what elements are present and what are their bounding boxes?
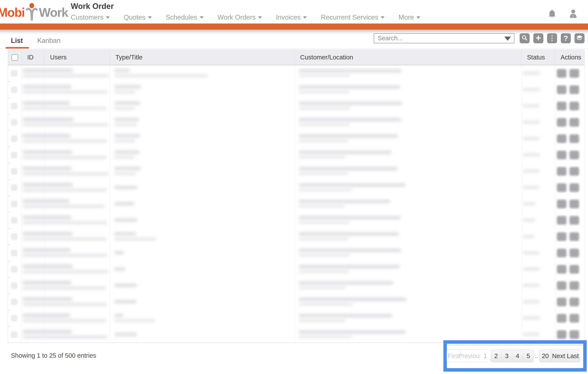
nav-item-schedules[interactable]: Schedules: [166, 13, 204, 21]
row-action-button-2[interactable]: [569, 200, 579, 208]
nav-item-work-orders[interactable]: Work Orders: [218, 13, 262, 21]
pagination-1[interactable]: 1: [480, 350, 491, 362]
row-action-button-2[interactable]: [569, 118, 579, 127]
column-header-type-title[interactable]: Type/Title: [110, 50, 294, 65]
row-action-button-2[interactable]: [569, 249, 579, 257]
row-action-button-1[interactable]: [557, 85, 567, 94]
nav-item-recurrent-services[interactable]: Recurrent Services: [321, 13, 385, 21]
user-account-icon[interactable]: [568, 9, 578, 21]
row-action-button-2[interactable]: [569, 298, 579, 306]
row-checkbox[interactable]: [11, 103, 17, 109]
row-action-button-1[interactable]: [557, 69, 567, 78]
row-action-button-1[interactable]: [557, 102, 567, 110]
row-checkbox[interactable]: [11, 266, 17, 272]
table-row[interactable]: [8, 65, 584, 82]
pagination-3[interactable]: 3: [501, 350, 512, 362]
nav-item-more[interactable]: More: [399, 13, 420, 21]
row-action-button-2[interactable]: [569, 314, 579, 323]
row-action-button-1[interactable]: [557, 265, 567, 274]
row-checkbox[interactable]: [11, 217, 17, 224]
row-action-button-1[interactable]: [557, 216, 567, 225]
add-button[interactable]: +: [533, 33, 543, 43]
nav-item-invoices[interactable]: Invoices: [276, 13, 307, 21]
row-checkbox[interactable]: [11, 135, 17, 142]
tab-kanban[interactable]: Kanban: [37, 37, 61, 49]
table-row[interactable]: [8, 294, 584, 310]
row-action-button-2[interactable]: [569, 134, 579, 143]
row-action-button-2[interactable]: [569, 232, 579, 241]
row-action-button-1[interactable]: [557, 232, 567, 241]
nav-item-quotes[interactable]: Quotes: [124, 13, 152, 21]
row-action-button-1[interactable]: [557, 281, 567, 290]
row-action-button-2[interactable]: [569, 167, 579, 176]
help-button[interactable]: ?: [561, 33, 571, 43]
row-action-button-1[interactable]: [557, 298, 567, 306]
table-row[interactable]: [8, 114, 584, 131]
table-row[interactable]: [8, 278, 584, 294]
row-action-button-1[interactable]: [557, 249, 567, 257]
table-row[interactable]: [8, 261, 584, 278]
tab-list[interactable]: List: [10, 37, 23, 49]
table-row[interactable]: [8, 147, 584, 163]
more-options-button[interactable]: ⋮: [547, 33, 557, 43]
column-header-actions[interactable]: Actions: [555, 50, 584, 65]
row-action-button-2[interactable]: [569, 281, 579, 290]
notifications-bell-icon[interactable]: [547, 9, 557, 21]
row-checkbox[interactable]: [11, 299, 17, 305]
row-checkbox[interactable]: [11, 201, 17, 207]
pagination-last[interactable]: Last: [566, 350, 580, 362]
table-row[interactable]: [8, 180, 584, 196]
pagination-4[interactable]: 4: [512, 350, 523, 362]
column-header-users[interactable]: Users: [44, 50, 110, 65]
row-action-button-2[interactable]: [569, 102, 579, 110]
row-action-button-1[interactable]: [557, 200, 567, 208]
pagination-2[interactable]: 2: [491, 350, 502, 362]
row-action-button-2[interactable]: [569, 183, 579, 192]
select-all-checkbox[interactable]: [11, 54, 18, 61]
nav-item-customers[interactable]: Customers: [71, 13, 110, 21]
pagination-20[interactable]: 20: [539, 350, 552, 362]
row-checkbox[interactable]: [11, 282, 17, 289]
row-checkbox[interactable]: [11, 70, 17, 77]
row-action-button-2[interactable]: [569, 216, 579, 225]
table-row[interactable]: [8, 310, 584, 327]
pagination-5[interactable]: 5: [523, 350, 534, 362]
row-action-button-2[interactable]: [569, 151, 579, 159]
column-header-customer-location[interactable]: Customer/Location: [294, 50, 521, 65]
row-action-button-1[interactable]: [557, 330, 567, 339]
table-row[interactable]: [8, 245, 584, 261]
row-checkbox[interactable]: [11, 86, 17, 93]
column-header-id[interactable]: ID: [21, 50, 44, 65]
row-action-button-1[interactable]: [557, 118, 567, 127]
row-action-button-2[interactable]: [569, 265, 579, 274]
training-button[interactable]: [575, 33, 585, 43]
mobiwork-logo[interactable]: Mobi Work: [0, 0, 65, 23]
row-action-button-1[interactable]: [557, 314, 567, 323]
search-button[interactable]: [520, 33, 530, 43]
column-header-status[interactable]: Status: [521, 50, 555, 65]
row-action-button-2[interactable]: [569, 85, 579, 94]
table-row[interactable]: [8, 212, 584, 229]
row-checkbox[interactable]: [11, 168, 17, 175]
row-action-button-1[interactable]: [557, 183, 567, 192]
row-checkbox[interactable]: [11, 119, 17, 126]
row-action-button-1[interactable]: [557, 134, 567, 143]
table-row[interactable]: [8, 82, 584, 98]
table-row[interactable]: [8, 229, 584, 245]
search-input[interactable]: [374, 33, 514, 43]
row-checkbox[interactable]: [11, 331, 17, 338]
table-row[interactable]: [8, 196, 584, 212]
table-row[interactable]: [8, 163, 584, 180]
row-action-button-2[interactable]: [569, 69, 579, 78]
table-row[interactable]: [8, 98, 584, 114]
row-checkbox[interactable]: [11, 233, 17, 240]
row-checkbox[interactable]: [11, 250, 17, 256]
pagination-previous[interactable]: Previous: [461, 350, 480, 362]
table-row[interactable]: [8, 131, 584, 147]
row-checkbox[interactable]: [11, 184, 17, 191]
row-checkbox[interactable]: [11, 315, 17, 322]
search-dropdown-caret-icon[interactable]: [504, 37, 511, 41]
row-checkbox[interactable]: [11, 152, 17, 158]
row-action-button-1[interactable]: [557, 151, 567, 159]
row-action-button-2[interactable]: [569, 330, 579, 339]
